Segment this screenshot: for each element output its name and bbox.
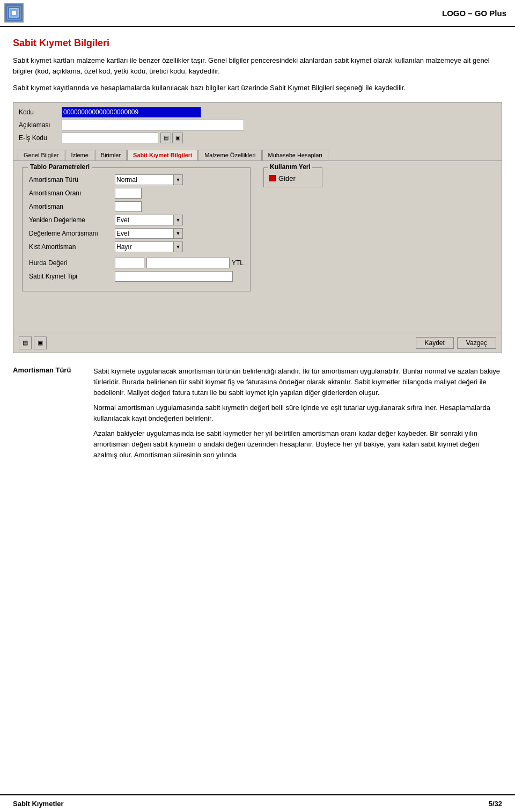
page-heading: Sabit Kıymet Bilgileri (13, 38, 502, 49)
hurda-degeri-row: Hurda Değeri YTL (29, 258, 244, 268)
sabit-kiymet-tipi-input[interactable] (115, 271, 233, 282)
aciklama-row: Açıklaması (19, 120, 496, 130)
amortisman-turu-label: Amortisman Türü (29, 176, 115, 184)
app-title: LOGO – GO Plus (442, 9, 506, 18)
degerleme-amortismani-row: Değerleme Amortismanı Evet ▼ (29, 228, 244, 239)
footer-right-buttons: Kaydet Vazgeç (416, 337, 497, 349)
tab-bar: Genel Bilgiler İzleme Birimler Sabit Kıy… (13, 148, 502, 161)
logo-icon (4, 3, 24, 23)
page-footer: Sabit Kıymetler 5/32 (0, 794, 515, 812)
ytl-label: YTL (232, 259, 244, 267)
vazgec-button[interactable]: Vazgeç (457, 337, 496, 349)
desc-row: Amortisman Türü Sabit kıymete uygulanaca… (13, 366, 502, 461)
footer-page-info: 5/32 (489, 800, 502, 808)
kist-amortisman-dropdown[interactable]: ▼ (173, 242, 183, 252)
degerleme-amortismani-select-wrap: Evet ▼ (115, 228, 183, 239)
desc-para-3: Azalan bakiyeler uygulamasında ise sabit… (93, 428, 502, 460)
kullanim-yeri-item: Gider (269, 174, 317, 182)
degerleme-amortismani-dropdown[interactable]: ▼ (173, 228, 183, 239)
amortisman-orani-row: Amortisman Oranı (29, 188, 244, 199)
amortisman-label: Amortisman (29, 203, 115, 210)
tab-muhasebe-hesaplari[interactable]: Muhasebe Hesapları (262, 150, 329, 160)
footer-left-buttons: ▤ ▣ (19, 336, 47, 349)
eis-buttons: ▤ ▣ (160, 133, 183, 143)
tablo-parametreleri-group: Tablo Parametreleri Amortisman Türü Norm… (22, 167, 251, 291)
kodu-input[interactable] (62, 107, 201, 118)
tab-content: Tablo Parametreleri Amortisman Türü Norm… (13, 161, 502, 333)
group-legend: Tablo Parametreleri (28, 163, 92, 171)
kaydet-button[interactable]: Kaydet (416, 337, 454, 349)
desc-def: Sabit kıymete uygulanacak amortisman tür… (93, 366, 502, 461)
footer-section-name: Sabit Kıymetler (13, 800, 64, 808)
degerleme-amortismani-value: Evet (115, 228, 174, 239)
yeniden-degerleme-label: Yeniden Değerleme (29, 216, 115, 224)
amortisman-turu-select-wrap: Normal ▼ (115, 174, 183, 185)
eis-btn-2[interactable]: ▣ (172, 133, 183, 143)
kullanim-yeri-legend: Kullanım Yeri (268, 163, 312, 171)
eis-label: E-İş Kodu (19, 134, 62, 142)
dialog-footer: ▤ ▣ Kaydet Vazgeç (13, 333, 502, 353)
sabit-kiymet-tipi-label: Sabit Kıymet Tipi (29, 273, 115, 280)
kullanim-yeri-box: Kullanım Yeri Gider (263, 167, 322, 187)
yeniden-degerleme-select-wrap: Evet ▼ (115, 215, 183, 225)
svg-rect-2 (12, 11, 16, 15)
tab-malzeme-ozellikleri[interactable]: Malzeme Özellikleri (198, 150, 261, 160)
footer-icon-btn-2[interactable]: ▣ (34, 336, 47, 349)
amortisman-orani-label: Amortisman Oranı (29, 189, 115, 197)
kullanim-yeri-indicator (269, 175, 276, 181)
amortisman-turu-row: Amortisman Türü Normal ▼ (29, 174, 244, 185)
kist-amortisman-label: Kıst Amortisman (29, 243, 115, 251)
description-section: Amortisman Türü Sabit kıymete uygulanaca… (0, 366, 515, 461)
eis-row: E-İş Kodu ▤ ▣ (19, 133, 496, 143)
intro-text-1: Sabit kıymet kartları malzeme kartları i… (13, 55, 502, 76)
intro-text-2: Sabit kıymet kayıtlarında ve hesaplamala… (13, 83, 502, 93)
sabit-kiymet-tipi-row: Sabit Kıymet Tipi (29, 271, 244, 282)
aciklama-input[interactable] (62, 120, 244, 130)
hurda-degeri-input1[interactable] (115, 258, 144, 268)
eis-btn-1[interactable]: ▤ (160, 133, 171, 143)
dialog-box: Kodu Açıklaması E-İş Kodu ▤ ▣ Genel Bilg… (13, 102, 502, 353)
header: LOGO – GO Plus (0, 0, 515, 27)
aciklama-label: Açıklaması (19, 121, 62, 129)
kullanim-yeri-item-label: Gider (278, 174, 296, 182)
amortisman-orani-input[interactable] (115, 188, 142, 199)
kist-amortisman-row: Kıst Amortisman Hayır ▼ (29, 242, 244, 252)
kodu-row: Kodu (19, 107, 496, 118)
main-content: Sabit Kıymet Bilgileri Sabit kıymet kart… (0, 27, 515, 353)
tab-izleme[interactable]: İzleme (65, 150, 94, 160)
footer-icon-btn-1[interactable]: ▤ (19, 336, 32, 349)
tab-sabit-kiymet-bilgileri[interactable]: Sabit Kıymet Bilgileri (127, 150, 198, 160)
tab-genel-bilgiler[interactable]: Genel Bilgiler (18, 150, 64, 160)
yeniden-degerleme-row: Yeniden Değerleme Evet ▼ (29, 215, 244, 225)
kist-amortisman-select-wrap: Hayır ▼ (115, 242, 183, 252)
degerleme-amortismani-label: Değerleme Amortismanı (29, 230, 115, 237)
desc-para-2: Normal amortisman uygulamasında sabit kı… (93, 403, 502, 424)
kodu-label: Kodu (19, 108, 62, 116)
amortisman-turu-value: Normal (115, 174, 174, 185)
desc-term: Amortisman Türü (13, 366, 83, 461)
amortisman-turu-dropdown[interactable]: ▼ (173, 174, 183, 185)
desc-para-1: Sabit kıymete uygulanacak amortisman tür… (93, 366, 502, 398)
eis-input[interactable] (62, 133, 158, 143)
amortisman-input[interactable] (115, 201, 142, 212)
amortisman-row: Amortisman (29, 201, 244, 212)
dialog-fields: Kodu Açıklaması E-İş Kodu ▤ ▣ (13, 103, 502, 148)
hurda-degeri-label: Hurda Değeri (29, 259, 115, 267)
yeniden-degerleme-value: Evet (115, 215, 174, 225)
hurda-degeri-input2[interactable] (146, 258, 230, 268)
tab-birimler[interactable]: Birimler (95, 150, 127, 160)
kist-amortisman-value: Hayır (115, 242, 174, 252)
yeniden-degerleme-dropdown[interactable]: ▼ (173, 215, 183, 225)
